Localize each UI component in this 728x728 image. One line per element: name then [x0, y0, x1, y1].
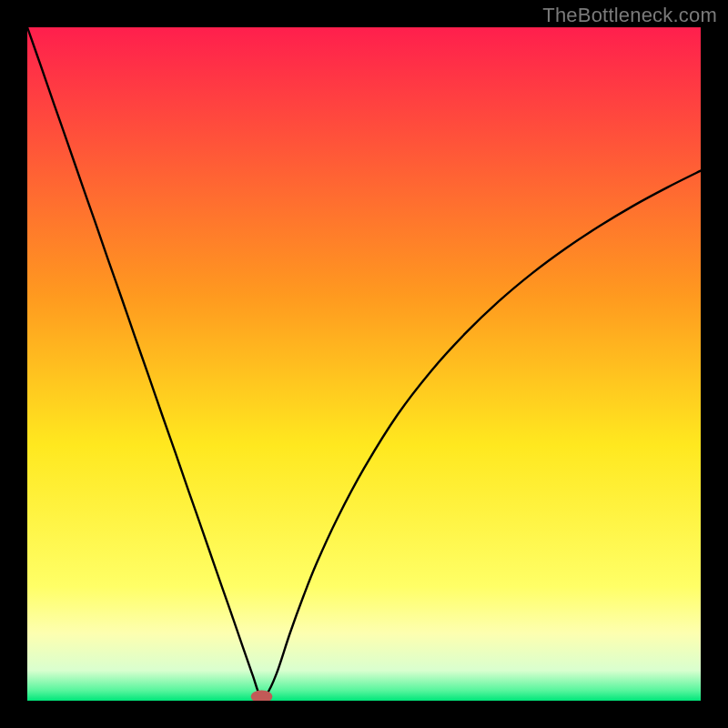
- chart-frame: TheBottleneck.com: [0, 0, 728, 728]
- chart-plot-area: [27, 27, 701, 701]
- watermark-text: TheBottleneck.com: [542, 4, 717, 27]
- chart-svg: [27, 27, 701, 701]
- gradient-background: [27, 27, 701, 701]
